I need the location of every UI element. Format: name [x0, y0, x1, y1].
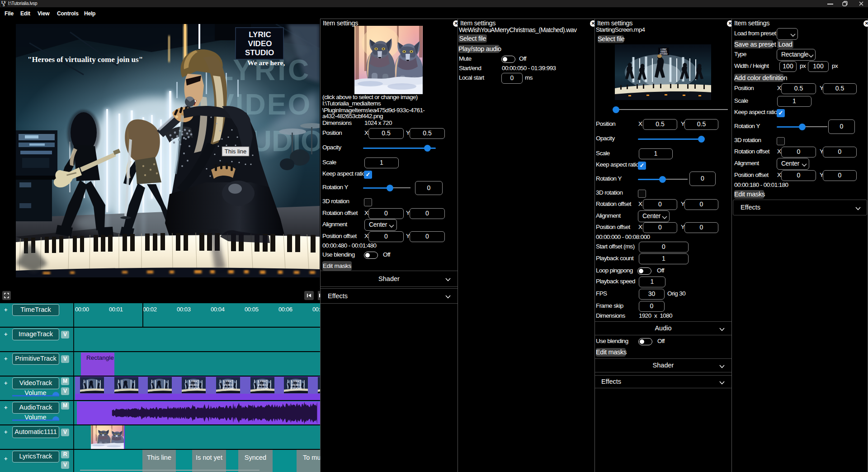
- svg-text:LYRIC: LYRIC: [249, 30, 271, 39]
- svg-text:S: S: [3, 3, 5, 7]
- svg-text:We are here,: We are here,: [247, 59, 285, 67]
- svg-text:STUDIO: STUDIO: [245, 48, 274, 57]
- svg-text:"Heroes of virtuality come joi: "Heroes of virtuality come join us": [28, 55, 143, 64]
- svg-text:This line: This line: [225, 148, 246, 155]
- svg-text:VIDEO: VIDEO: [248, 39, 272, 48]
